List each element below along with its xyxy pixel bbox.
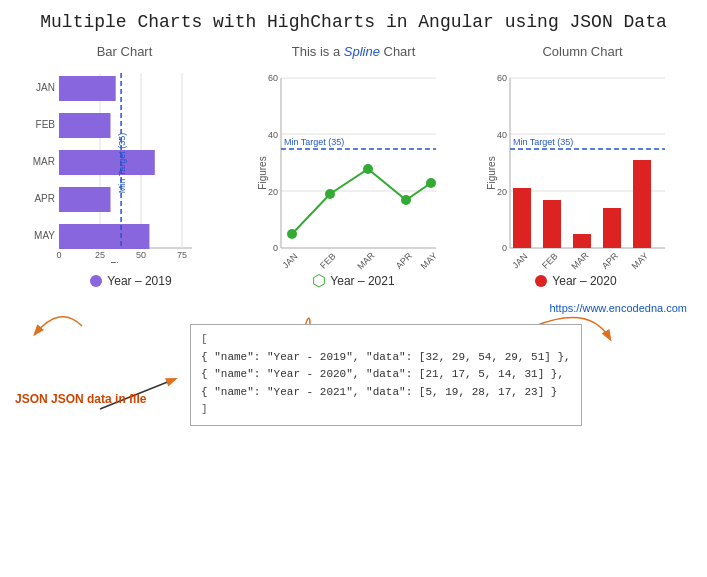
spline-chart-container: This is a Spline Chart 0 20 40 60 JAN [249,44,459,263]
bar-chart-svg: JAN FEB MAR APR MAY 0 25 50 75 [27,63,222,263]
column-chart-area: 0 20 40 60 Min Target (35) [485,63,680,263]
svg-text:MAY: MAY [630,251,650,271]
legend-dot-2019 [90,275,102,287]
url-text: https://www.encodedna.com [549,302,687,314]
svg-text:FEB: FEB [36,119,56,130]
svg-point-37 [287,229,297,239]
column-chart-svg: 0 20 40 60 Min Target (35) [485,63,680,278]
svg-text:40: 40 [268,130,278,140]
svg-rect-54 [513,188,531,248]
svg-rect-57 [603,208,621,248]
svg-text:APR: APR [600,250,621,271]
svg-text:60: 60 [497,73,507,83]
svg-text:JAN: JAN [36,82,55,93]
charts-row: Bar Chart JAN FEB MAR APR MAY 0 25 50 75 [0,44,707,263]
svg-text:75: 75 [177,250,187,260]
column-chart-title: Column Chart [542,44,622,59]
json-file-label: JSON JSON data in file [15,392,146,406]
svg-rect-58 [633,160,651,248]
svg-rect-16 [59,187,111,212]
svg-text:25: 25 [95,250,105,260]
spline-chart-area: 0 20 40 60 JAN FEB MAR APR MAY [256,63,451,263]
svg-text:APR: APR [34,193,55,204]
bar-chart-title: Bar Chart [97,44,153,59]
svg-text:JAN: JAN [510,251,529,270]
svg-text:20: 20 [268,187,278,197]
svg-text:0: 0 [56,250,61,260]
svg-point-38 [325,189,335,199]
svg-rect-55 [543,200,561,248]
svg-text:MAY: MAY [34,230,55,241]
svg-point-39 [363,164,373,174]
svg-text:FEB: FEB [540,251,559,270]
svg-text:Figures: Figures [257,156,268,189]
svg-text:Min Target (35): Min Target (35) [117,133,127,193]
svg-text:0: 0 [273,243,278,253]
column-chart-container: Column Chart 0 20 40 60 Min Target (35) [478,44,688,263]
svg-text:MAR: MAR [569,250,591,272]
spline-chart-title: This is a Spline Chart [292,44,416,59]
svg-text:Min Target (35): Min Target (35) [513,137,573,147]
svg-text:0: 0 [502,243,507,253]
spline-chart-svg: 0 20 40 60 JAN FEB MAR APR MAY [256,63,451,278]
svg-text:Figures: Figures [110,261,143,263]
svg-rect-14 [59,113,111,138]
svg-point-40 [401,195,411,205]
svg-rect-17 [59,224,149,249]
svg-text:60: 60 [268,73,278,83]
svg-text:Figures: Figures [486,156,497,189]
svg-text:50: 50 [136,250,146,260]
bar-chart-area: JAN FEB MAR APR MAY 0 25 50 75 [27,63,222,263]
svg-text:FEB: FEB [318,251,337,270]
page-title: Multiple Charts with HighCharts in Angul… [0,0,707,40]
json-box: [ { "name": "Year - 2019", "data": [32, … [190,324,582,426]
svg-text:JAN: JAN [280,251,299,270]
bar-chart-container: Bar Chart JAN FEB MAR APR MAY 0 25 50 75 [20,44,230,263]
svg-rect-56 [573,234,591,248]
annotations-area: https://www.encodedna.com [ { "name": "Y… [0,294,707,424]
svg-text:20: 20 [497,187,507,197]
svg-text:MAY: MAY [419,251,439,271]
svg-text:APR: APR [394,250,415,271]
svg-text:MAR: MAR [355,250,377,272]
svg-text:40: 40 [497,130,507,140]
svg-rect-15 [59,150,155,175]
svg-text:Min Target (35): Min Target (35) [284,137,344,147]
svg-text:MAR: MAR [33,156,55,167]
svg-rect-13 [59,76,116,101]
svg-point-41 [426,178,436,188]
legend-item-2019: Year – 2019 [90,271,171,290]
